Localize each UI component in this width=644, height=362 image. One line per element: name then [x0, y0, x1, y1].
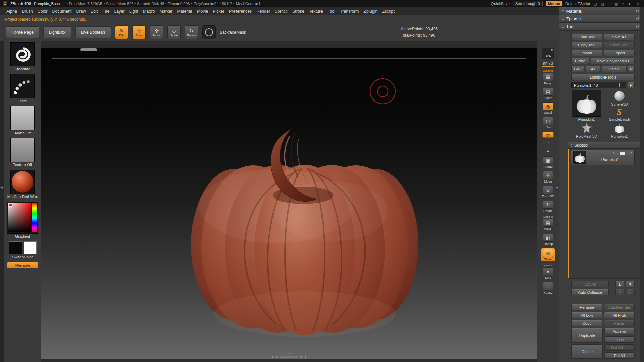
move-mode-button[interactable]: ✜ Move [150, 25, 163, 39]
alpha-selector[interactable]: Alpha Off [7, 106, 38, 135]
scroll-right2-icon[interactable]: ▶ [305, 355, 307, 358]
hue-strip[interactable] [32, 203, 37, 232]
menu-item-preferences[interactable]: Preferences [227, 8, 254, 15]
subtool-scroll-down-icon[interactable]: ▼ [570, 145, 572, 147]
palette-menu-icon[interactable]: ≡ [562, 24, 564, 29]
menu-item-color[interactable]: Color [35, 8, 50, 15]
polyframe-button[interactable]: Line Fill ▦ PolyF [543, 215, 553, 231]
alternate-button[interactable]: Alternate [7, 262, 38, 268]
menu-item-zscript[interactable]: Zscript [380, 8, 397, 15]
grid-layout-icon[interactable]: ⊞ [607, 2, 611, 6]
pumpkin-model[interactable] [41, 48, 537, 359]
menu-item-macro[interactable]: Macro [141, 8, 157, 15]
simplebrush-tool[interactable]: S SimpleBrush [604, 107, 635, 122]
uv-icon[interactable]: ◐ [617, 152, 618, 155]
subtool-down-button[interactable]: ▼ [626, 281, 635, 287]
save-as-button[interactable]: Save As [604, 34, 635, 40]
canvas-scrollbar[interactable]: ◀ ◀ ▶ ▶ ▲ [271, 355, 307, 358]
all-low-button[interactable]: All Low [571, 312, 602, 318]
tray-collapse-icon[interactable]: ◀ [0, 186, 3, 189]
append-button[interactable]: Append [604, 328, 635, 334]
shader-icon[interactable]: ◑ [627, 152, 628, 155]
menu-item-render[interactable]: Render [254, 8, 272, 15]
backface-mask-button[interactable]: BackfaceMask [220, 30, 246, 35]
menu-item-document[interactable]: Document [50, 8, 74, 15]
scroll-right-icon[interactable]: ▶ [301, 355, 303, 358]
color-selector[interactable]: Gradient [7, 202, 38, 238]
scale-mode-button[interactable]: ◇ Scale [167, 25, 181, 39]
zoom3d-button[interactable]: ⊕ Zoom3D [542, 186, 554, 198]
volume-icon[interactable]: ◫ [593, 2, 597, 6]
palette-menu-icon[interactable]: ≡ [562, 9, 564, 13]
material-palette-header[interactable]: ≡ Material ↺ [559, 7, 644, 15]
saturation-value-area[interactable] [8, 203, 31, 232]
move-canvas-button[interactable]: ✜ Move [543, 171, 553, 183]
menu-item-picker[interactable]: Picker [210, 8, 227, 15]
live-boolean-button[interactable]: Live Boolean [75, 26, 111, 38]
lsym-button[interactable]: ◫ L.Sym [543, 117, 553, 129]
local-transform-button[interactable]: ◎ Local [543, 102, 553, 114]
goz-button[interactable]: GoZ [571, 66, 584, 72]
alpha-thumbnail[interactable] [10, 106, 35, 130]
rotate-canvas-button[interactable]: ↻ Rotate [543, 201, 553, 213]
move-down-hierarchy-button[interactable]: ↳ [626, 289, 635, 295]
home-icon[interactable]: ⌂ [621, 2, 624, 6]
auto-collapse-button[interactable]: Auto Collapse [571, 289, 609, 295]
scroll-thumb[interactable] [280, 356, 299, 358]
actual-size-icon[interactable]: ◕ [545, 148, 551, 154]
rotate-mode-button[interactable]: ↻ Rotate [185, 25, 198, 39]
edit-mode-button[interactable]: ✎ Edit [115, 25, 128, 39]
menu-item-zplugin[interactable]: Zplugin [361, 8, 380, 15]
subtool-list-item[interactable]: ✎ ◐ ◑ ↺ Pumpkin1 [571, 150, 635, 165]
xpose-button[interactable]: ∷ Xpose [543, 282, 553, 294]
clone-button[interactable]: Clone [571, 58, 589, 64]
subtool-thumbnail[interactable] [573, 151, 586, 164]
panels-icon[interactable]: ▤ [600, 2, 604, 6]
menu-item-material[interactable]: Material [175, 8, 194, 15]
quicksave-button[interactable]: QuickSave [491, 2, 510, 6]
see-through-indicator[interactable]: See-through 0 [513, 1, 543, 6]
texture-thumbnail[interactable] [10, 138, 35, 162]
pumpkin1-tool[interactable]: Pumpkin1 [604, 122, 635, 139]
document-canvas[interactable]: ◀ ◀ ▶ ▶ ▲ [41, 48, 537, 359]
home-page-button[interactable]: Home Page [6, 26, 39, 38]
menu-item-movie[interactable]: Movie [195, 8, 210, 15]
lightbox-button[interactable]: LightBox [43, 26, 71, 38]
frame-button[interactable]: ▣ Frame [543, 156, 553, 168]
subtool-up-button[interactable]: ▲ [615, 281, 624, 287]
polymesh3d-tool[interactable]: PolyMesh3D [571, 122, 602, 139]
default-zscript-button[interactable]: DefaultZScript [565, 2, 590, 6]
collapse-icon[interactable]: ▲ [627, 2, 632, 6]
slider-r-button[interactable]: R [628, 82, 635, 88]
menu-item-tool[interactable]: Tool [325, 8, 338, 15]
menu-item-light[interactable]: Light [127, 8, 141, 15]
copy-subtool-button[interactable]: Copy [571, 320, 602, 326]
all-high-button[interactable]: All High [604, 312, 635, 318]
material-selector[interactable]: MatCap Red Wax [7, 170, 38, 199]
goz-r-button[interactable]: R [628, 66, 635, 72]
del-all-button[interactable]: Del All [604, 352, 635, 359]
stroke-selector[interactable]: Dots [7, 74, 38, 103]
paste-tool-button[interactable]: Paste Tool [604, 42, 635, 48]
zplugin-palette-header[interactable]: ≡ Zplugin ↺ [559, 15, 644, 23]
subtool-scrollbar[interactable] [568, 149, 569, 278]
insert-button[interactable]: Insert [604, 336, 635, 343]
slider-handle[interactable] [619, 83, 620, 87]
goz-visible-button[interactable]: Visible [602, 66, 626, 72]
duplicate-button[interactable]: Duplicate [571, 328, 603, 343]
menu-item-file[interactable]: File [100, 8, 112, 15]
copy-tool-button[interactable]: Copy Tool [571, 42, 602, 48]
brush-selector[interactable]: Standard [7, 42, 38, 71]
secondary-color-swatch[interactable] [24, 241, 37, 254]
subtool-scroll-icons[interactable]: ▲ ▼ [570, 143, 572, 147]
transparency-button[interactable]: ◧ Transp [543, 234, 553, 246]
color-picker[interactable] [7, 202, 38, 234]
tool-inventory-slider[interactable]: Pumpkin1. 48 [571, 82, 626, 88]
main-color-swatch[interactable] [9, 241, 22, 254]
active-tool-thumbnail[interactable]: Pumpkin1 [571, 90, 602, 122]
import-button[interactable]: Import [571, 50, 602, 56]
material-thumbnail[interactable] [10, 170, 35, 194]
menu-item-texture[interactable]: Texture [307, 8, 325, 15]
half-size-icon[interactable]: ◔ [545, 140, 551, 146]
brush-preview-button[interactable] [202, 25, 216, 39]
